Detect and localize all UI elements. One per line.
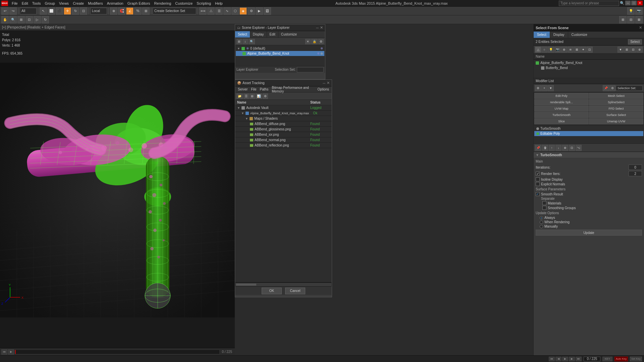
tb-nav-pan[interactable]: ✋ (1, 16, 9, 23)
tc-auto-key[interactable]: Auto Key (614, 357, 628, 361)
tb-vp-btn1[interactable]: ⊞ (619, 16, 627, 23)
menu-views[interactable]: Views (57, 1, 70, 6)
timeline[interactable]: ⏮ ▶ 0 / 225 (0, 348, 235, 355)
se-tb-search[interactable]: 🔍 (249, 39, 255, 44)
sfs-tree-butterfly[interactable]: Butterfly_Bend (534, 65, 643, 70)
tb-selection-set-input[interactable]: Create Selection Set (153, 8, 196, 14)
at-tb-settings[interactable]: ⚙ (263, 94, 268, 99)
at-tb-btn1[interactable]: 📁 (236, 94, 243, 99)
tb-angle-snap[interactable]: ∠ (126, 7, 133, 15)
tc-btn-start[interactable]: ⏮ (549, 357, 555, 361)
tb-mat-editor[interactable]: ◈ (239, 7, 247, 15)
tb-reference-coord[interactable]: Local (90, 8, 107, 14)
ts-smooth-result-check[interactable]: ✓ (536, 192, 540, 196)
tb-nav-field-of-view[interactable]: ▷ (34, 16, 41, 23)
tc-key-mode[interactable]: KEY (602, 357, 612, 361)
menu-group[interactable]: Group (43, 1, 57, 6)
menu-file[interactable]: File (10, 1, 19, 6)
at-row-ior[interactable]: ABBend_ior.png Found (235, 132, 332, 137)
at-cancel-button[interactable]: Cancel (285, 288, 305, 294)
tb-layer-manager[interactable]: ☰ (215, 7, 223, 15)
at-menu-options[interactable]: Options (316, 87, 330, 91)
window-close[interactable]: ✕ (637, 1, 643, 5)
tb-render-setup[interactable]: ⚙ (248, 7, 255, 15)
ts-iterations-input[interactable] (629, 165, 642, 170)
ts-render-iters-input[interactable] (629, 171, 642, 176)
mod-btn-ffd-select[interactable]: FFD Select (589, 106, 643, 112)
sfs-tb-invert[interactable]: ⊕ (637, 47, 643, 53)
se-tb-settings[interactable]: ⚙ (318, 39, 324, 44)
tb-pivot[interactable]: ⊕ (110, 7, 117, 15)
menu-edit[interactable]: Edit (20, 1, 30, 6)
ts-smoothing-groups-check[interactable] (542, 206, 546, 210)
sfs-select-btn[interactable]: Select (628, 39, 642, 45)
tb-select-region[interactable]: ⬜ (48, 7, 55, 15)
mod-btn-renderable-spline[interactable]: renderable Spli... (534, 99, 589, 105)
at-row-vault[interactable]: ▼ Autodesk Vault Logged (235, 105, 332, 111)
ts-update-button[interactable]: Update (536, 230, 642, 236)
timeline-bar[interactable] (15, 350, 220, 354)
tc-btn-end[interactable]: ⏭ (576, 357, 582, 361)
tb-nav-arc-rotate[interactable]: ↻ (42, 16, 49, 23)
tc-btn-prev[interactable]: ◀ (555, 357, 561, 361)
mod-stack-editable-poly[interactable]: Editable Poly (534, 131, 643, 136)
tb-rotate[interactable]: ↻ (72, 7, 79, 15)
selection-set-input-right[interactable]: Selection Set: (616, 85, 643, 91)
sfs-tb-helpers[interactable]: ⊕ (561, 47, 567, 53)
mod-btn-surface-select[interactable]: Surface Select (589, 112, 643, 118)
mod-tb-pin[interactable]: 📌 (603, 85, 609, 91)
at-row-glossiness[interactable]: ABBend_glossiness.png Found (235, 127, 332, 132)
menu-animation[interactable]: Animation (105, 1, 125, 6)
at-row-maps[interactable]: ▼ Maps / Shaders (235, 116, 332, 121)
mod-stack-tb-pin[interactable]: 📌 (535, 145, 541, 151)
se-tab-select[interactable]: Select (235, 31, 250, 38)
sfs-tree-alpine[interactable]: Alpine_Butterfly_Bend_Knot (534, 60, 643, 65)
tb-undo[interactable]: ↩ (1, 7, 9, 15)
se-tab-display[interactable]: Display (250, 31, 267, 38)
tb-percent-snap[interactable]: % (134, 7, 142, 15)
scene-explorer-close[interactable]: ✕ (320, 25, 323, 30)
mod-stack-tb-make-unique[interactable]: ⊕ (562, 145, 568, 151)
se-tb-sort[interactable]: ↕ (243, 39, 248, 44)
mod-stack-turbosmooth[interactable]: TurboSmooth (534, 126, 643, 131)
mod-tb-settings[interactable]: ⚙ (609, 85, 615, 91)
menu-scripting[interactable]: Scripting (195, 1, 213, 6)
tb-nav-zoom[interactable]: 🔍 (9, 16, 17, 23)
tb-select-crossing[interactable]: ⬛ (56, 7, 63, 15)
at-row-reflection[interactable]: ABBend_reflection.png Found (235, 143, 332, 148)
ts-explicit-check[interactable] (536, 182, 540, 186)
tb-cameras[interactable]: 📷 (635, 7, 643, 15)
mod-btn-spline-select[interactable]: SplineSelect (589, 99, 643, 105)
at-row-maxfile[interactable]: ▼ Alpine_Butterfly_Bend_Knot_max_vray.ma… (235, 111, 332, 116)
timeline-back-btn[interactable]: ⏮ (1, 349, 7, 355)
tb-snap-3d[interactable]: 🧲 (118, 7, 125, 15)
sfs-tb-cameras[interactable]: 📷 (554, 47, 561, 53)
menu-customize[interactable]: Customize (173, 1, 194, 6)
at-row-diffuse[interactable]: ABBend_diffuse.png Found (235, 121, 332, 127)
asset-tracking-minimize[interactable]: ─ (323, 81, 325, 85)
tb-curve-editor[interactable]: ∿ (223, 7, 231, 15)
mod-tb-options[interactable]: ▼ (548, 85, 554, 91)
sfs-tb-shapes[interactable]: ○ (541, 47, 547, 53)
tc-set-key[interactable]: Set Key (630, 357, 642, 361)
menu-create[interactable]: Create (71, 1, 86, 6)
tb-lights[interactable]: 💡 (627, 7, 635, 15)
se-tab-edit[interactable]: Edit (267, 31, 278, 38)
sfs-tb-space-warps[interactable]: ≋ (568, 47, 574, 53)
tb-nav-zoom-extents[interactable]: ⊡ (25, 16, 33, 23)
mod-btn-slice[interactable]: Slice (534, 118, 589, 124)
at-ok-button[interactable]: OK (262, 288, 282, 294)
mod-btn-turbo-smooth[interactable]: TurboSmooth (534, 112, 589, 118)
at-menu-server[interactable]: Server (236, 87, 249, 91)
se-sel-set-input[interactable] (297, 67, 324, 72)
tb-redo[interactable]: ↪ (9, 7, 17, 15)
mod-tb-add[interactable]: + (541, 85, 547, 91)
sfs-tb-select-all[interactable]: ⊞ (624, 47, 630, 53)
sfs-tb-filter[interactable]: ▼ (618, 47, 624, 53)
mod-stack-tb-show-end[interactable]: ⌥ (576, 145, 582, 151)
tb-select-filter[interactable]: All (20, 8, 37, 14)
tb-render[interactable]: ▶ (256, 7, 263, 15)
viewport[interactable]: [+] [Perspective] [Realistic + Edged Fac… (0, 24, 235, 348)
ts-render-iters-check[interactable]: ✓ (536, 172, 540, 176)
menu-rendering[interactable]: Rendering (153, 1, 173, 6)
